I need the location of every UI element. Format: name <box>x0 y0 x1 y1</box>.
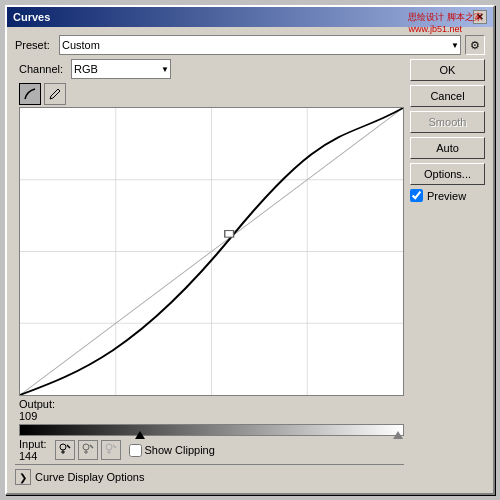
svg-rect-7 <box>225 231 234 238</box>
slider-thumb-left[interactable] <box>135 431 145 439</box>
cancel-button[interactable]: Cancel <box>410 85 485 107</box>
main-area: Channel: RGB <box>15 59 485 485</box>
channel-label: Channel: <box>19 63 67 75</box>
gradient-slider[interactable] <box>19 424 404 436</box>
input-label: Input: <box>19 438 47 450</box>
bottom-row: Input: 144 <box>19 438 404 462</box>
curves-dialog: Curves ✕ 思绘设计 脚本之家 www.jb51.net Preset: … <box>5 5 495 495</box>
channel-wrapper: RGB <box>71 59 171 79</box>
input-value: 144 <box>19 450 47 462</box>
tools-row <box>15 83 404 105</box>
preview-label: Preview <box>427 190 466 202</box>
white-point-eyedropper[interactable] <box>101 440 121 460</box>
right-buttons: OK Cancel Smooth Auto Options... Preview <box>410 59 485 485</box>
black-point-eyedropper[interactable] <box>55 440 75 460</box>
svg-point-8 <box>60 444 66 450</box>
gear-button[interactable]: ⚙ <box>465 35 485 55</box>
preset-label: Preset: <box>15 39 55 51</box>
left-panel: Channel: RGB <box>15 59 404 485</box>
slider-thumb-right[interactable] <box>393 431 403 439</box>
preview-checkbox[interactable] <box>410 189 423 202</box>
svg-point-16 <box>106 444 112 450</box>
output-label: Output: <box>19 398 55 410</box>
curve-container[interactable] <box>19 107 404 396</box>
dialog-title: Curves <box>13 11 50 23</box>
eyedropper-group <box>55 440 121 460</box>
curve-svg <box>20 108 403 395</box>
preview-row: Preview <box>410 189 485 202</box>
title-bar: Curves ✕ <box>7 7 493 27</box>
preset-row: Preset: Custom ⚙ <box>15 35 485 55</box>
expand-button[interactable]: ❯ <box>15 469 31 485</box>
show-clipping-checkbox[interactable] <box>129 444 142 457</box>
input-info: Input: 144 <box>19 438 47 462</box>
close-button[interactable]: ✕ <box>473 10 487 24</box>
smooth-button[interactable]: Smooth <box>410 111 485 133</box>
svg-point-12 <box>83 444 89 450</box>
svg-line-19 <box>113 445 116 448</box>
slider-row <box>19 424 404 436</box>
preset-select[interactable]: Custom <box>59 35 461 55</box>
output-value: 109 <box>19 410 37 422</box>
preset-wrapper: Custom <box>59 35 461 55</box>
channel-select[interactable]: RGB <box>71 59 171 79</box>
show-clipping-label: Show Clipping <box>145 444 215 456</box>
options-button[interactable]: Options... <box>410 163 485 185</box>
ok-button[interactable]: OK <box>410 59 485 81</box>
svg-line-15 <box>90 445 93 448</box>
auto-button[interactable]: Auto <box>410 137 485 159</box>
curve-display-label: Curve Display Options <box>35 471 144 483</box>
gray-point-eyedropper[interactable] <box>78 440 98 460</box>
dialog-content: Preset: Custom ⚙ Channel: RGB <box>7 27 493 493</box>
pencil-tool-button[interactable] <box>44 83 66 105</box>
svg-line-11 <box>67 445 70 448</box>
show-clipping-group: Show Clipping <box>129 444 215 457</box>
output-area: Output: 109 <box>15 398 404 422</box>
curve-tool-button[interactable] <box>19 83 41 105</box>
curve-display-row: ❯ Curve Display Options <box>15 464 404 485</box>
channel-row: Channel: RGB <box>15 59 404 79</box>
